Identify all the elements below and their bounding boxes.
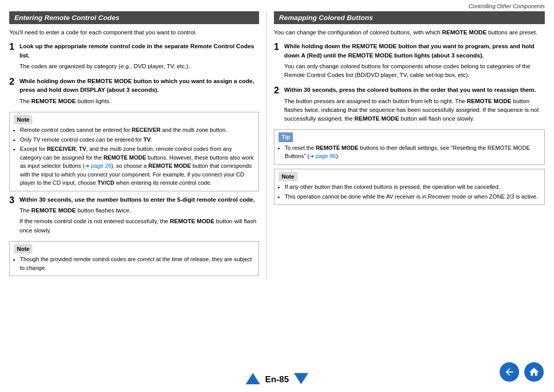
right-step-1-content: While holding down the REMOTE MODE butto… xyxy=(284,42,545,82)
right-column: Remapping Colored Buttons You can change… xyxy=(266,11,545,280)
back-button[interactable] xyxy=(500,362,519,382)
step-1-content: Look up the appropriate remote control c… xyxy=(19,42,259,73)
home-icon xyxy=(528,366,540,378)
step-3-content: Within 30 seconds, use the number button… xyxy=(19,195,259,237)
step-2-content: While holding down the REMOTE MODE butto… xyxy=(19,77,259,108)
right-note-item-1: If any other button than the colored but… xyxy=(285,183,540,191)
step-1-body: The codes are organized by category (e.g… xyxy=(19,62,259,71)
next-page-button[interactable] xyxy=(294,373,308,386)
right-step-number-2: 2 xyxy=(274,86,281,125)
note-2-label: Note xyxy=(14,244,32,254)
step-3-title: Within 30 seconds, use the number button… xyxy=(19,195,259,204)
right-intro: You can change the configuration of colo… xyxy=(274,28,545,37)
right-step-2-body: The button presses are assigned to each … xyxy=(284,97,545,124)
home-button[interactable] xyxy=(524,362,544,382)
right-step-number-1: 1 xyxy=(274,42,281,82)
page-number: En-85 xyxy=(265,375,289,385)
prev-page-button[interactable] xyxy=(246,373,260,386)
step-1-title: Look up the appropriate remote control c… xyxy=(19,42,259,60)
step-number-3: 3 xyxy=(9,195,16,237)
prev-page-icon xyxy=(246,373,260,384)
page86-link[interactable]: ➔ page 86 xyxy=(309,153,336,159)
right-note-label: Note xyxy=(279,172,297,182)
tip-list: To reset the REMOTE MODE buttons to thei… xyxy=(279,144,540,161)
note-1-item-2: Only TV remote control codes can be ente… xyxy=(20,135,254,144)
left-note-2: Note Though the provided remote control … xyxy=(9,241,259,277)
right-note-list: If any other button than the colored but… xyxy=(279,183,540,201)
footer-right-buttons xyxy=(500,362,544,382)
step-number-2: 2 xyxy=(9,77,16,108)
tip-box: Tip To reset the REMOTE MODE buttons to … xyxy=(274,129,545,165)
step-2-title: While holding down the REMOTE MODE butto… xyxy=(19,77,259,95)
right-note: Note If any other button than the colore… xyxy=(274,169,545,205)
right-step-1-title: While holding down the REMOTE MODE butto… xyxy=(284,42,545,60)
next-page-icon xyxy=(294,373,308,384)
left-step-2: 2 While holding down the REMOTE MODE but… xyxy=(9,77,259,108)
note-1-label: Note xyxy=(14,115,32,125)
right-step-2-title: Within 30 seconds, press the colored but… xyxy=(284,86,545,94)
left-step-3: 3 Within 30 seconds, use the number butt… xyxy=(9,195,259,237)
tip-label: Tip xyxy=(279,132,293,142)
note-2-list: Though the provided remote control codes… xyxy=(14,255,254,272)
left-step-1: 1 Look up the appropriate remote control… xyxy=(9,42,259,73)
step-3-body1: The REMOTE MODE button flashes twice. xyxy=(19,206,259,215)
page-header: Controlling Other Components xyxy=(0,0,554,11)
right-step-1-body: You can only change colored buttons for … xyxy=(284,62,545,80)
section-title-header: Controlling Other Components xyxy=(468,3,545,9)
right-note-item-2: This operation cannot be done while the … xyxy=(285,192,540,201)
note-2-item-1: Though the provided remote control codes… xyxy=(20,255,254,272)
step-number-1: 1 xyxy=(9,42,16,73)
left-intro: You'll need to enter a code for each com… xyxy=(9,28,259,37)
note-1-item-1: Remote control codes cannot be entered f… xyxy=(20,126,254,134)
right-section-title: Remapping Colored Buttons xyxy=(274,11,545,24)
page26-link[interactable]: ➔ page 26 xyxy=(85,163,111,169)
left-section-title: Entering Remote Control Codes xyxy=(9,11,259,24)
note-1-list: Remote control codes cannot be entered f… xyxy=(14,126,254,187)
right-step-2: 2 Within 30 seconds, press the colored b… xyxy=(274,86,545,125)
step-2-body: The REMOTE MODE button lights. xyxy=(19,97,259,106)
note-1-item-3: Except for RECEIVER, TV, and the multi z… xyxy=(20,145,254,187)
back-icon xyxy=(504,366,515,378)
page-footer: En-85 xyxy=(0,373,554,386)
right-step-2-content: Within 30 seconds, press the colored but… xyxy=(284,86,545,125)
left-note-1: Note Remote control codes cannot be ente… xyxy=(9,112,259,191)
right-step-1: 1 While holding down the REMOTE MODE but… xyxy=(274,42,545,82)
main-content: Entering Remote Control Codes You'll nee… xyxy=(0,11,554,280)
left-column: Entering Remote Control Codes You'll nee… xyxy=(9,11,266,280)
tip-item-1: To reset the REMOTE MODE buttons to thei… xyxy=(285,144,540,161)
footer-center: En-85 xyxy=(246,373,308,386)
step-3-body2: If the remote control code is not entere… xyxy=(19,217,259,235)
